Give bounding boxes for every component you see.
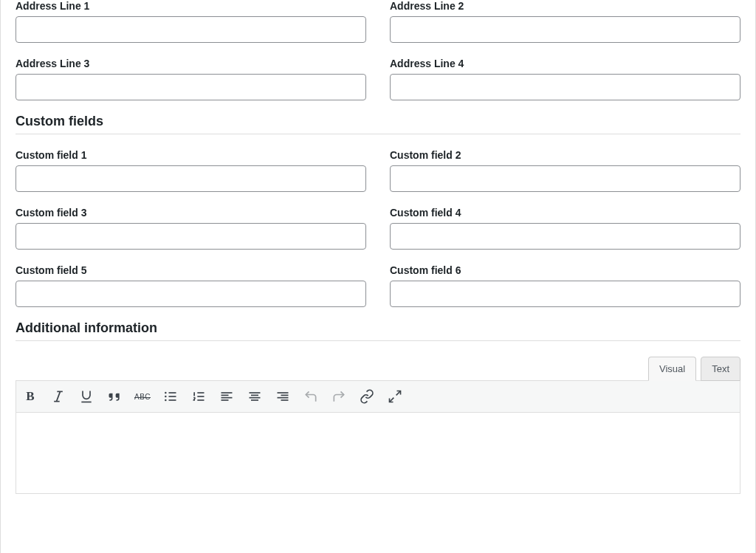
section-divider <box>16 340 740 341</box>
fullscreen-button[interactable] <box>384 385 406 408</box>
editor-toolbar: B ABC <box>16 380 740 413</box>
form-panel: Address Line 1 Address Line 2 Address Li… <box>0 0 756 553</box>
address-line-3-label: Address Line 3 <box>16 58 366 69</box>
custom-field-1-input[interactable] <box>16 165 366 192</box>
address-line-4-input[interactable] <box>390 74 740 100</box>
custom-field-6-input[interactable] <box>390 281 740 307</box>
custom-field-2-input[interactable] <box>390 165 740 192</box>
link-icon <box>360 389 374 404</box>
svg-line-25 <box>396 391 401 396</box>
bullet-list-icon <box>163 389 178 404</box>
undo-button[interactable] <box>300 385 322 408</box>
align-left-icon <box>219 389 234 404</box>
rich-text-editor: Visual Text B ABC <box>16 356 740 494</box>
address-line-2-input[interactable] <box>390 16 740 43</box>
underline-button[interactable] <box>75 385 97 408</box>
address-line-4-label: Address Line 4 <box>390 58 740 69</box>
editor-tabs: Visual Text <box>16 356 740 380</box>
align-center-button[interactable] <box>244 385 266 408</box>
svg-line-26 <box>390 398 394 402</box>
redo-icon <box>331 389 346 404</box>
underline-icon <box>79 389 94 404</box>
blockquote-icon <box>107 389 122 404</box>
address-line-1-label: Address Line 1 <box>16 0 366 12</box>
strikethrough-button[interactable]: ABC <box>131 385 154 408</box>
svg-point-7 <box>165 392 167 394</box>
custom-field-3-label: Custom field 3 <box>16 207 366 219</box>
svg-point-9 <box>165 399 167 402</box>
address-fields-grid: Address Line 1 Address Line 2 Address Li… <box>16 0 740 100</box>
custom-field-5-label: Custom field 5 <box>16 264 366 276</box>
align-center-icon <box>247 389 262 404</box>
custom-field-1-label: Custom field 1 <box>16 149 366 161</box>
align-right-button[interactable] <box>272 385 294 408</box>
section-divider <box>16 134 740 134</box>
italic-button[interactable] <box>47 385 69 408</box>
align-left-button[interactable] <box>216 385 238 408</box>
bold-button[interactable]: B <box>19 385 41 408</box>
custom-field-6-label: Custom field 6 <box>390 264 740 276</box>
bullet-list-button[interactable] <box>159 385 182 408</box>
numbered-list-button[interactable] <box>188 385 210 408</box>
editor-tab-visual[interactable]: Visual <box>648 357 696 381</box>
editor-content[interactable] <box>16 413 740 494</box>
undo-icon <box>303 389 318 404</box>
svg-line-2 <box>57 391 61 401</box>
additional-info-heading: Additional information <box>16 320 740 336</box>
svg-point-8 <box>165 396 167 398</box>
italic-icon <box>51 389 66 404</box>
fullscreen-icon <box>388 389 402 404</box>
custom-field-2-label: Custom field 2 <box>390 149 740 161</box>
bold-icon: B <box>26 389 34 404</box>
blockquote-button[interactable] <box>103 385 126 408</box>
redo-button[interactable] <box>328 385 350 408</box>
address-line-3-input[interactable] <box>16 74 366 100</box>
address-line-1-input[interactable] <box>16 16 366 43</box>
custom-fields-heading: Custom fields <box>16 114 740 129</box>
numbered-list-icon <box>191 389 206 404</box>
align-right-icon <box>275 389 290 404</box>
editor-tab-text[interactable]: Text <box>701 357 740 381</box>
address-line-2-label: Address Line 2 <box>390 0 740 12</box>
custom-field-3-input[interactable] <box>16 223 366 250</box>
link-button[interactable] <box>356 385 378 408</box>
custom-field-4-input[interactable] <box>390 223 740 250</box>
strikethrough-icon: ABC <box>134 393 151 401</box>
custom-fields-grid: Custom field 1 Custom field 2 Custom fie… <box>16 149 740 307</box>
custom-field-4-label: Custom field 4 <box>390 207 740 219</box>
custom-field-5-input[interactable] <box>16 281 366 307</box>
